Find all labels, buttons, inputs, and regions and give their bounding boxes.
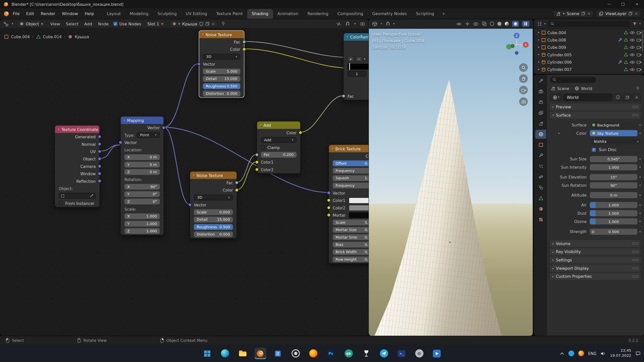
overlays-icon[interactable] (473, 22, 478, 26)
socket-icon[interactable] (98, 164, 102, 168)
sun-rotation-field[interactable]: 90° (590, 182, 637, 188)
firefox-button[interactable] (307, 348, 319, 359)
object-name[interactable]: Cube.004 (547, 30, 566, 35)
tab-world[interactable] (535, 130, 546, 139)
distortion-field[interactable]: Distortion0.000 (203, 91, 240, 97)
dimensions-dropdown[interactable]: 3D▾ (203, 54, 240, 60)
filter-funnel-icon[interactable] (633, 22, 637, 26)
tab-geometry-nodes[interactable]: Geometry Nodes (368, 9, 412, 19)
menu-file[interactable]: File (10, 10, 23, 17)
ramp-options-icon[interactable]: ▾ (364, 58, 366, 61)
blender-menu-icon[interactable] (3, 11, 9, 17)
detail-field[interactable]: Detail15.000 (194, 217, 233, 222)
disable-render-camera-icon[interactable] (637, 53, 642, 57)
offset-field[interactable]: Offset0.50 (333, 160, 368, 166)
ramp-stop-handle[interactable] (349, 63, 350, 70)
tab-uv-editing[interactable]: UV Editing (181, 9, 212, 19)
panel-surface[interactable]: ▾ Surface (550, 112, 641, 119)
output-normal[interactable]: Normal (55, 140, 99, 148)
remove-stop-button[interactable]: − (356, 56, 362, 62)
outliner-search-input[interactable] (548, 21, 631, 27)
tab-constraints[interactable] (535, 183, 546, 192)
expand-icon[interactable]: ▸ (538, 38, 540, 41)
object-name[interactable]: Cylinder.005 (547, 52, 572, 57)
collapse-icon[interactable]: ▾ (124, 119, 125, 122)
socket-icon[interactable] (327, 206, 331, 210)
outliner-scrollbar[interactable] (642, 30, 643, 51)
color1-swatch[interactable] (349, 197, 369, 203)
clock[interactable]: 22:45 19.07.2022 (610, 349, 631, 358)
air-field[interactable]: 1.000 (590, 202, 637, 208)
copy-material-icon[interactable] (206, 22, 210, 26)
squash-field[interactable]: Squash1.00 (333, 175, 368, 181)
location-z[interactable]: Z0 m (125, 169, 160, 175)
unlink-scene-icon[interactable]: × (587, 12, 590, 16)
tab-object-data[interactable] (535, 194, 546, 203)
snap-caret-icon[interactable]: ▾ (354, 22, 356, 25)
keyframe-dot[interactable] (639, 176, 641, 178)
browse-world-dropdown[interactable]: ▾ (550, 94, 562, 101)
view-layer-selector[interactable]: ViewLayer × (596, 10, 641, 17)
outliner-row-cylinder007[interactable]: ▸ Cylinder.007 (534, 66, 644, 73)
shading-material-icon[interactable] (505, 22, 509, 26)
viewport-render[interactable]: User Perspective (Local) (61) Локация | … (369, 29, 533, 336)
tab-layout[interactable]: Layout (102, 9, 125, 19)
keyframe-dot[interactable] (639, 231, 641, 232)
tab-animation[interactable]: Animation (273, 9, 303, 19)
editor-type-caret-icon[interactable]: ▾ (381, 22, 382, 25)
location-y[interactable]: Y0 m (125, 162, 160, 167)
squash-frequency-field[interactable]: Frequency (333, 183, 368, 189)
expand-icon[interactable]: ▸ (538, 60, 540, 64)
brick-scale-field[interactable]: Scale5.00 (333, 219, 368, 225)
collapse-icon[interactable]: ▾ (193, 174, 194, 177)
menu-render[interactable]: Render (37, 10, 59, 17)
disable-render-camera-icon[interactable] (637, 68, 642, 71)
outliner-row-cylinder005[interactable]: ▸ Cylinder.005 (534, 51, 644, 58)
socket-icon[interactable] (255, 160, 259, 164)
outliner-row-cube004[interactable]: ▸ Cube.004 (534, 29, 644, 36)
breadcrumb-world[interactable]: World (581, 86, 592, 90)
breadcrumb-material[interactable]: Крыша (75, 34, 89, 39)
shading-solid-icon[interactable] (497, 22, 501, 26)
new-scene-icon[interactable] (581, 12, 585, 16)
object-picker[interactable] (59, 193, 96, 199)
sun-size-field[interactable]: 0.545° (590, 156, 637, 162)
slot-dropdown[interactable]: Slot 1 ▾ (144, 20, 166, 27)
scale-field[interactable]: Scale0.000 (194, 209, 233, 215)
shading-rendered-icon[interactable] (512, 21, 519, 27)
copy-world-button[interactable] (623, 94, 631, 101)
input-color2[interactable]: Color2 (257, 166, 300, 173)
from-instancer-checkbox[interactable] (59, 201, 63, 205)
tab-output[interactable] (535, 98, 546, 107)
keyframe-dot[interactable] (639, 204, 641, 206)
ozone-field[interactable]: 1.000 (590, 218, 637, 224)
keyframe-dot[interactable] (639, 132, 641, 134)
input-fac[interactable]: Fac0.200 (257, 151, 300, 158)
panel-preview[interactable]: ▸ Preview (550, 103, 641, 110)
roughness-field[interactable]: Roughness0.500 (194, 224, 233, 230)
input-color2[interactable]: Color2 (329, 204, 369, 211)
maximize-button[interactable]: □ (616, 0, 630, 8)
hide-eye-icon[interactable] (630, 68, 635, 71)
disable-render-camera-icon[interactable] (637, 60, 642, 64)
node-mapping[interactable]: ▾ Mapping Vector Type: Point▾ Vector Loc… (120, 116, 164, 235)
output-object[interactable]: Object (55, 155, 99, 162)
input-mortar[interactable]: Mortar (329, 211, 369, 219)
roughness-field[interactable]: Roughness0.500 (203, 83, 240, 89)
brick-width-field[interactable]: Brick Width0.50 (333, 249, 368, 255)
hide-eye-icon[interactable] (630, 53, 635, 57)
output-generated[interactable]: Generated (55, 133, 99, 140)
pin-icon[interactable] (636, 86, 640, 90)
tab-physics[interactable] (535, 172, 546, 182)
navigation-gizmo[interactable]: Z X (504, 32, 529, 57)
collapse-icon[interactable]: ▾ (332, 147, 333, 150)
collapse-icon[interactable]: ▾ (58, 128, 59, 131)
panel-settings[interactable]: ▸Settings (550, 256, 641, 263)
tab-scene[interactable] (535, 119, 546, 128)
distortion-field[interactable]: Distortion0.000 (194, 232, 233, 237)
scale-field[interactable]: Scale5.000 (203, 69, 240, 74)
fake-user-shield-icon[interactable] (199, 22, 203, 26)
input-vector[interactable]: Vector (190, 201, 236, 208)
keyframe-dot[interactable] (639, 213, 641, 214)
dust-field[interactable]: 1.000 (590, 210, 637, 216)
